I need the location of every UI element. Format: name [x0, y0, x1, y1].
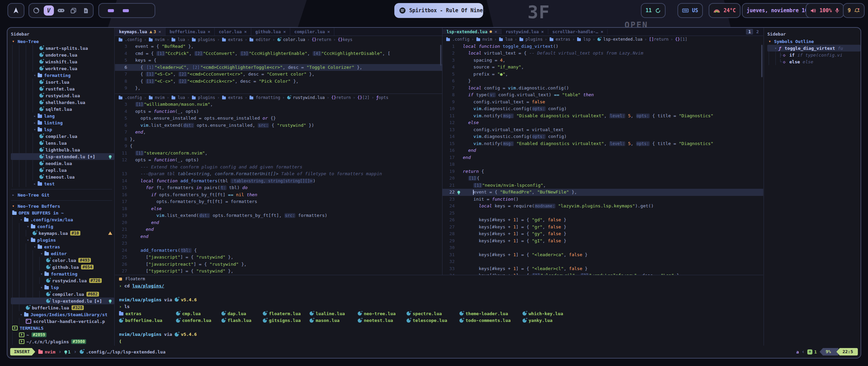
buffer-row[interactable]: ▾Juegos/Indies/SteamLibrary/st	[11, 311, 114, 318]
code-line[interactable]: 8},	[115, 136, 442, 143]
code-line[interactable]: 2 local virtual_text = { -- Default virt…	[442, 50, 763, 57]
code-line[interactable]: 23	[115, 240, 442, 247]
neotree-row[interactable]: ▸linting	[11, 119, 114, 126]
tab-scrollbar-handle-[interactable]: scrollbar-handle-…×	[548, 29, 608, 34]
ls-entry[interactable]: neotest.lua	[358, 318, 407, 323]
code-line[interactable]: 5 prefix = "●",	[442, 71, 763, 78]
breadcrumb-item[interactable]: extras	[222, 95, 243, 100]
breadcrumb-item[interactable]: lsp	[577, 37, 591, 42]
neotree-row[interactable]: isort.lua	[11, 79, 114, 85]
buffer-row[interactable]: TERMINALS	[11, 325, 114, 331]
tab-rustywind.lua[interactable]: rustywind.lua×	[501, 29, 548, 34]
breadcrumb-item[interactable]: editor	[249, 37, 270, 42]
neotree-buffers-section-header[interactable]: ▾ Neo-Tree Buffers	[11, 203, 114, 209]
neotree-row[interactable]: worktree.lua	[11, 65, 114, 72]
code-line[interactable]: 21 end	[115, 226, 442, 233]
breadcrumb-item[interactable]: plugins	[192, 95, 215, 100]
code-line[interactable]: 4 cmd = { [1]"CccPick", [2]"CccConvert",…	[115, 50, 442, 57]
code-line[interactable]: 25	[442, 210, 763, 217]
scrollbar-thumb[interactable]	[440, 45, 441, 66]
buffer-row[interactable]: ▾plugins	[11, 237, 114, 243]
close-icon[interactable]: ×	[600, 29, 603, 34]
breadcrumb-item[interactable]: extras	[222, 37, 243, 42]
workspace-gamepad[interactable]	[56, 5, 66, 16]
code-line[interactable]: 26 ["javascriptreact"] = { "rustywind" }…	[115, 261, 442, 268]
buffer-row[interactable]: keymaps.lua#10	[11, 230, 114, 237]
breadcrumb-item[interactable]: {} keys	[338, 37, 352, 42]
close-icon[interactable]: ×	[208, 29, 211, 34]
code-line[interactable]: 18 else	[115, 205, 442, 212]
neotree-row[interactable]: ▸lang	[11, 113, 114, 119]
breadcrumb-item[interactable]: [] return	[649, 37, 669, 42]
neotree-row[interactable]: lsp-extended.lu[+]	[11, 153, 114, 160]
ls-entry[interactable]: which-key.lua	[522, 311, 763, 316]
buffer-row[interactable]: bufferline.lua#328	[11, 304, 114, 311]
buffer-row[interactable]: rustywind.lua#726	[11, 277, 114, 284]
code-line[interactable]: 30	[442, 244, 763, 251]
code-line[interactable]: 19 vim.list_extend(dst: opts.formatters_…	[115, 212, 442, 219]
code-line[interactable]: 6 { [1]"<leader>uC", [2]"<cmd>CccHighlig…	[115, 64, 442, 71]
buffer-row[interactable]: ▾lsp	[11, 284, 114, 291]
buffer-row[interactable]: color.lua#493	[11, 257, 114, 264]
outline-symbol-row[interactable]: └◇elseelse	[767, 58, 861, 65]
breadcrumb-item[interactable]: extras	[549, 37, 570, 42]
buffer-row[interactable]: ▾editor	[11, 250, 114, 257]
code-line[interactable]: 13 config.virtual_text = virtual_text	[442, 126, 763, 134]
buffer-row[interactable]: github.lua#654	[11, 264, 114, 270]
tab-bufferline.lua[interactable]: bufferline.lua×	[165, 28, 215, 36]
code-line[interactable]: 11 vim.notify(msg: "Disable diagnostics …	[442, 113, 763, 120]
keyboard-layout-widget[interactable]: US	[677, 3, 703, 18]
breadcrumb-item[interactable]: rustywind.lua	[287, 95, 325, 100]
neotree-row[interactable]: compiler.lua	[11, 133, 114, 140]
breadcrumb-item[interactable]: .config	[118, 37, 142, 42]
breadcrumb-item[interactable]: plugins	[192, 37, 215, 42]
breadcrumb-item[interactable]: lsp-extended.lua	[597, 37, 643, 42]
ls-entry[interactable]: bufferline.lua	[119, 318, 176, 323]
code-line[interactable]: 31 keys[#keys + 1] = { "<leader>ca", fal…	[442, 251, 763, 259]
neotree-row[interactable]: sqlfmt.lua	[11, 106, 114, 113]
code-line[interactable]: 12 opts = function(_, opts)	[115, 157, 442, 164]
code-line[interactable]: 33 keys[#keys + 1] = { "<leader>cl", fal…	[442, 265, 763, 272]
tabpage-1[interactable]: 1	[746, 29, 753, 35]
neotree-row[interactable]: rustywind.lua	[11, 92, 114, 99]
code-line[interactable]: 3 event = { "BufRead" },	[115, 43, 442, 50]
workspace-windows[interactable]	[68, 5, 78, 16]
buffer-row[interactable]: OPEN BUFFERS in ~	[11, 209, 114, 216]
ls-entry[interactable]: theme-loader.lua	[459, 311, 522, 316]
neotree-row[interactable]: smart-splits.lua	[11, 45, 114, 52]
code-line[interactable]: 27 keys[#keys + 1] = { "gr", false }	[442, 224, 763, 231]
code-line[interactable]: 7 local config = vim.diagnostic.config()	[442, 85, 763, 92]
buffer-row[interactable]: scrollbar-handle-vertical.p	[11, 318, 114, 325]
notifications-widget[interactable]: 9	[843, 3, 865, 18]
tab-compiler.lua[interactable]: compiler.lua×	[290, 28, 334, 36]
right-editor-window[interactable]: .config›nvim›lua›plugins›extras›lsp›lsp-…	[442, 36, 763, 275]
code-line[interactable]: 12 else	[442, 119, 763, 126]
code-line[interactable]: 1local function toggle_diag_virtext()	[442, 43, 763, 50]
code-line[interactable]: 24 local keys = require(modname: "lazyvi…	[442, 203, 763, 210]
workspace-firefox[interactable]	[31, 5, 41, 16]
code-line[interactable]: 9 },	[115, 85, 442, 92]
symbols-outline-header[interactable]: ▾ Symbols Outline	[767, 38, 861, 45]
code-line[interactable]: 18	[442, 161, 763, 168]
updates-widget[interactable]: 11	[641, 3, 666, 18]
neotree-row[interactable]: winshift.lua	[11, 58, 114, 65]
close-icon[interactable]: ×	[158, 29, 161, 34]
code-line[interactable]: 24 add_formatters(tbl: {	[115, 247, 442, 254]
buffer-row[interactable]: ▾extras	[11, 243, 114, 250]
breadcrumb-item[interactable]: .config	[118, 95, 142, 100]
code-line[interactable]: 27 ["typescript"] = { "rustywind" },	[115, 268, 442, 275]
code-line[interactable]: 15 for ft, formatters in pairs(t: tbl) d…	[115, 184, 442, 191]
tab-github.lua[interactable]: github.lua×	[251, 28, 290, 36]
code-line[interactable]: 5 keys = {	[115, 57, 442, 64]
neotree-row[interactable]: lens.lua	[11, 140, 114, 146]
tasklist-chip[interactable]	[108, 9, 114, 12]
code-line[interactable]: 5 opts.ensure_installed = opts.ensure_in…	[115, 115, 442, 122]
ls-entry[interactable]: neo-tree.lua	[358, 311, 407, 316]
close-icon[interactable]: ×	[327, 29, 330, 34]
code-line[interactable]: 3 spacing = 4,	[442, 57, 763, 64]
tabpage-2[interactable]: 2	[754, 29, 761, 35]
code-line[interactable]: 21 [1]"neovim/nvim-lspconfig",	[442, 182, 763, 189]
buffer-row[interactable]: ~#2859	[11, 331, 114, 338]
buffer-row[interactable]: lsp-extended.lu[+]	[11, 298, 114, 304]
ls-entry[interactable]: cmp.lua	[176, 311, 221, 316]
